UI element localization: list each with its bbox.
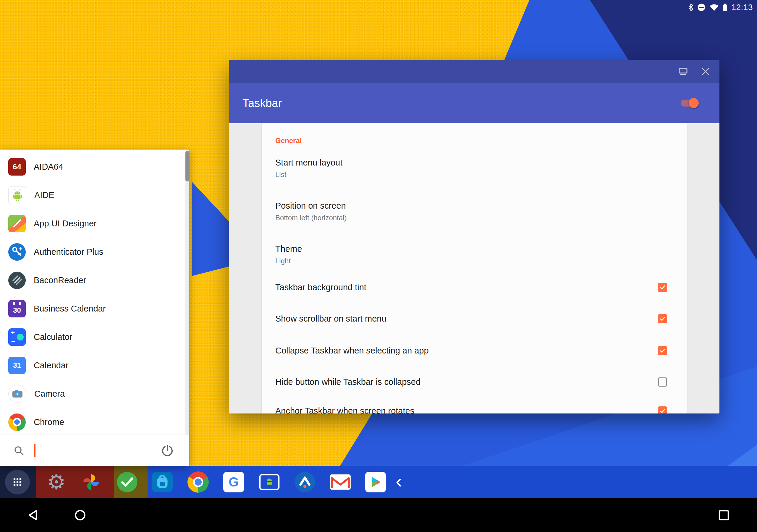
chrome-icon [188,471,209,493]
setting-anchor-on-rotate[interactable]: Anchor Taskbar when screen rotates [275,401,673,413]
taskbar-app-backpack[interactable] [152,471,173,493]
search-icon [13,445,25,457]
cast-device-icon [259,473,280,490]
taskbar-app-explorer[interactable] [294,471,316,493]
app-label: Calendar [34,361,69,370]
green-check-icon [116,471,138,493]
taskbar-app-chrome[interactable] [188,471,209,493]
explorer-icon [294,471,316,493]
calendar-app-icon: 31 [8,357,26,374]
restore-icon [678,67,688,76]
taskbar-app-google[interactable]: G [223,471,244,493]
setting-taskbar-background-tint[interactable]: Taskbar background tint [275,278,673,297]
setting-collapse-on-select[interactable]: Collapse Taskbar when selecting an app [275,341,673,360]
setting-title: Position on screen [275,201,673,211]
status-time: 12:13 [731,3,753,12]
checkbox[interactable] [658,346,667,355]
key-icon [10,245,24,259]
app-row-aide[interactable]: AIDE [0,181,189,209]
app-row-calendar[interactable]: 31 Calendar [0,351,189,379]
setting-position-on-screen[interactable]: Position on screen Bottom left (horizont… [275,201,673,239]
all-apps-button[interactable] [5,470,30,494]
authenticator-plus-app-icon [8,243,26,261]
power-icon [161,444,174,457]
taskbar-app-cast[interactable] [259,471,280,493]
app-row-authenticator-plus[interactable]: Authenticator Plus [0,238,189,266]
taskbar-app-settings[interactable]: ⚙ [46,471,67,493]
start-menu-scrollbar[interactable] [185,150,189,435]
setting-theme[interactable]: Theme Light [275,244,673,282]
app-row-aida64[interactable]: 64 AIDA64 [0,153,189,181]
app-label: Authenticator Plus [34,247,103,257]
icon-badge: 64 [13,162,21,171]
app-ui-designer-app-icon [8,215,26,232]
app-label: Calculator [34,332,73,342]
app-row-calculator[interactable]: + − Calculator [0,323,189,351]
teal-dot [17,334,24,340]
checkbox[interactable] [658,314,667,323]
app-row-camera[interactable]: Camera [0,379,189,408]
app-list: 64 AIDA64 [0,150,189,435]
google-g-icon: G [223,472,244,492]
app-row-chrome[interactable]: Chrome [0,408,189,435]
g-letter: G [228,475,239,489]
recents-icon [718,510,730,521]
camera-app-icon [8,385,26,403]
taskbar-app-photos[interactable] [80,471,102,493]
restore-window-button[interactable] [678,67,688,76]
wifi-icon [710,4,719,11]
close-window-button[interactable] [701,67,711,76]
taskbar-enable-toggle[interactable] [681,100,698,107]
taskbar-app-play-store[interactable] [365,471,386,493]
battery-icon [723,3,727,11]
app-row-business-calendar[interactable]: 30 Business Calendar [0,294,189,323]
checkbox[interactable] [658,377,667,387]
camera-lens-icon [10,387,24,401]
plus-glyph: + [11,329,15,337]
baconreader-app-icon [8,272,26,289]
taskbar-app-gmail[interactable] [330,471,351,493]
setting-show-scrollbar[interactable]: Show scrollbar on start menu [275,309,673,328]
setting-start-menu-layout[interactable]: Start menu layout List [275,158,673,196]
checkbox[interactable] [658,406,667,414]
setting-title: Taskbar background tint [275,282,366,292]
window-titlebar [229,60,719,83]
do-not-disturb-icon [697,3,706,12]
app-row-app-ui-designer[interactable]: App UI Designer [0,209,189,238]
app-row-baconreader[interactable]: BaconReader [0,266,189,294]
app-label: AIDE [34,190,54,200]
taskbar-app-checkmark[interactable] [116,471,138,493]
section-header: General [275,136,302,145]
app-label: Business Calendar [34,304,106,313]
app-label: BaconReader [34,276,86,285]
check-icon [659,284,666,291]
toggle-thumb [689,98,699,108]
nav-home-button[interactable] [74,509,86,521]
nav-recents-button[interactable] [718,509,730,521]
setting-title: Theme [275,244,673,254]
search-input[interactable] [36,435,159,466]
setting-subtitle: Light [275,257,673,265]
checkbox[interactable] [658,283,667,292]
android-robot-icon [10,188,24,202]
gmail-icon [330,474,351,490]
status-bar: 12:13 [0,0,757,15]
setting-subtitle: Bottom left (horizontal) [275,214,673,222]
close-icon [701,67,710,76]
scrollbar-handle[interactable] [185,151,189,182]
taskbar-collapse-button[interactable]: ‹ [396,470,402,492]
chrome-app-icon [8,413,26,431]
play-triangle-icon [368,474,383,490]
home-icon [74,509,86,521]
nav-back-button[interactable] [27,509,39,521]
aide-app-icon [8,186,26,204]
setting-title: Collapse Taskbar when selecting an app [275,346,429,356]
power-button[interactable] [159,442,176,459]
grid-dots-icon [10,475,24,489]
setting-hide-button-collapsed[interactable]: Hide button while Taskbar is collapsed [275,372,673,391]
back-icon [27,510,38,521]
app-label: AIDA64 [34,162,63,172]
icon-badge: 31 [13,361,21,369]
setting-title: Hide button while Taskbar is collapsed [275,377,420,387]
window-title: Taskbar [242,97,282,110]
